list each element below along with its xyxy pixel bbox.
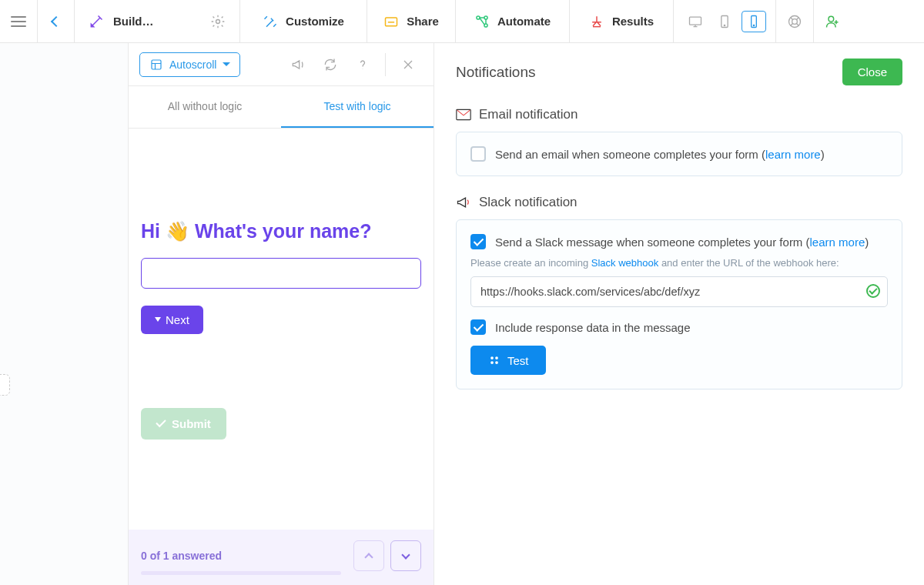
refresh-button[interactable] <box>316 52 345 77</box>
tab-results[interactable]: Results <box>570 0 674 42</box>
tab-build-label: Build… <box>113 15 154 28</box>
tab-build[interactable]: Build… <box>75 0 240 42</box>
question-icon <box>355 57 370 72</box>
tablet-icon <box>717 14 732 29</box>
email-section-title: Email notification <box>456 107 902 122</box>
slack-card: Send a Slack message when someone comple… <box>456 219 902 389</box>
slack-title-text: Slack notification <box>479 195 578 210</box>
preview-footer: 0 of 1 answered <box>129 530 434 585</box>
slack-section-title: Slack notification <box>456 195 902 210</box>
email-learn-more-link[interactable]: learn more <box>765 148 821 161</box>
email-title-text: Email notification <box>479 107 578 122</box>
svg-point-3 <box>484 15 487 18</box>
email-enable-label: Send an email when someone completes you… <box>495 148 825 161</box>
hamburger-icon <box>11 16 26 27</box>
chevron-down-icon <box>223 62 230 66</box>
panel-title: Notifications <box>456 64 536 81</box>
tab-automate-label: Automate <box>497 15 551 28</box>
prev-question-button[interactable] <box>353 540 384 571</box>
next-label: Next <box>166 313 189 326</box>
answer-input[interactable] <box>141 258 421 289</box>
autoscroll-dropdown[interactable]: Autoscroll <box>139 52 240 77</box>
slack-test-button[interactable]: Test <box>470 346 546 375</box>
email-icon <box>456 109 471 121</box>
device-tablet[interactable] <box>712 11 737 32</box>
check-icon <box>156 417 166 427</box>
close-button[interactable]: Close <box>842 58 902 85</box>
tab-test-with-logic[interactable]: Test with logic <box>281 86 434 128</box>
expand-sidebar-handle[interactable] <box>0 374 10 396</box>
slack-learn-more-link[interactable]: learn more <box>810 236 865 249</box>
test-label: Test <box>507 354 529 367</box>
svg-point-15 <box>490 356 494 359</box>
tab-customize[interactable]: Customize <box>240 0 367 42</box>
tab-share[interactable]: Share <box>367 0 456 42</box>
svg-point-11 <box>792 18 798 24</box>
share-icon <box>383 14 399 29</box>
desktop-icon <box>688 14 703 29</box>
gear-icon[interactable] <box>210 14 226 29</box>
slack-webhook-link[interactable]: Slack webhook <box>591 257 658 269</box>
slack-icon <box>487 353 501 367</box>
tab-automate[interactable]: Automate <box>456 0 570 42</box>
mobile-icon <box>746 14 762 29</box>
megaphone-button[interactable] <box>283 52 313 77</box>
chevron-up-icon <box>364 553 373 561</box>
svg-rect-13 <box>152 60 161 69</box>
email-enable-checkbox[interactable] <box>470 146 486 162</box>
megaphone-icon <box>456 196 471 209</box>
slack-section: Slack notification Send a Slack message … <box>434 182 924 396</box>
refresh-icon <box>323 57 338 72</box>
slack-enable-checkbox[interactable] <box>470 234 486 249</box>
preview-body: Hi 👋 What's your name? Next Submit 0 of … <box>129 129 434 585</box>
top-nav: Build… Customize Share Automate Results <box>0 0 924 43</box>
divider <box>385 53 386 76</box>
next-question-button[interactable] <box>390 540 421 571</box>
next-button[interactable]: Next <box>141 306 203 334</box>
progress-bar <box>141 571 341 575</box>
progress-text: 0 of 1 answered <box>141 550 222 562</box>
close-preview-button[interactable] <box>393 52 423 77</box>
help-icon <box>787 14 802 29</box>
tab-share-label: Share <box>407 15 439 28</box>
automate-icon <box>474 14 490 29</box>
main-area: Autoscroll All without logic Test with l… <box>0 43 924 585</box>
help-button[interactable] <box>776 0 814 42</box>
preview-toolbar: Autoscroll <box>129 43 434 86</box>
submit-label: Submit <box>172 417 211 430</box>
tab-test-label: Test with logic <box>323 100 390 112</box>
back-button[interactable] <box>38 0 75 42</box>
arrow-down-icon <box>155 317 161 322</box>
svg-point-18 <box>495 361 498 364</box>
tab-all-label: All without logic <box>168 100 243 112</box>
tab-customize-label: Customize <box>286 15 344 28</box>
layout-icon <box>149 58 163 72</box>
svg-rect-5 <box>690 17 701 25</box>
left-sidebar <box>0 43 129 585</box>
slack-webhook-input[interactable] <box>470 276 888 307</box>
tab-all-without-logic[interactable]: All without logic <box>129 86 281 128</box>
svg-point-0 <box>216 19 220 23</box>
email-card: Send an email when someone completes you… <box>456 132 902 176</box>
valid-icon <box>866 284 880 298</box>
close-icon <box>400 57 416 72</box>
device-desktop[interactable] <box>683 11 708 32</box>
question-text: Hi 👋 What's your name? <box>141 219 421 244</box>
megaphone-icon <box>290 57 306 72</box>
tab-results-label: Results <box>612 15 654 28</box>
device-mobile[interactable] <box>742 11 766 32</box>
account-button[interactable] <box>814 0 851 42</box>
chevron-down-icon <box>401 550 410 559</box>
close-label: Close <box>858 65 887 79</box>
menu-button[interactable] <box>0 0 38 42</box>
panel-header: Notifications Close <box>434 43 924 95</box>
slack-include-checkbox[interactable] <box>470 319 486 335</box>
question-button[interactable] <box>348 52 377 77</box>
svg-point-12 <box>829 16 834 22</box>
results-icon <box>589 14 604 29</box>
device-preview-group <box>674 0 776 42</box>
autoscroll-label: Autoscroll <box>169 58 216 71</box>
preview-tabs: All without logic Test with logic <box>129 86 434 129</box>
submit-button[interactable]: Submit <box>141 408 226 440</box>
svg-point-10 <box>789 15 801 27</box>
